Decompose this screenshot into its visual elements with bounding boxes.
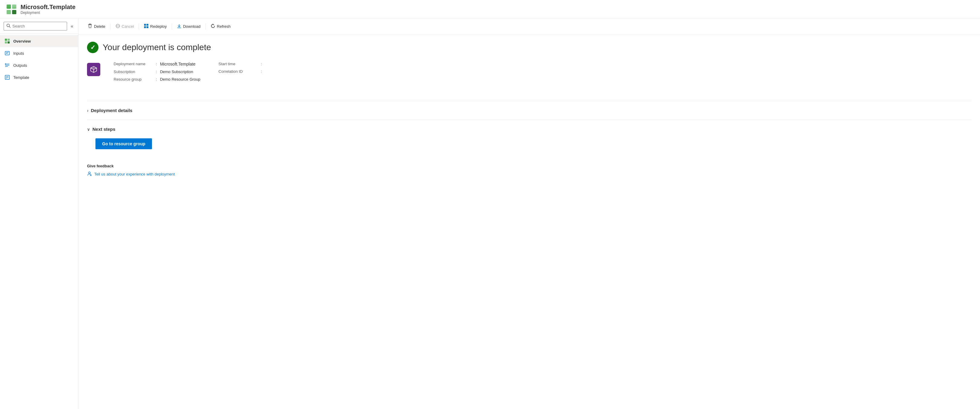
subscription-sep: : <box>156 70 157 74</box>
go-to-resource-group-button[interactable]: Go to resource group <box>95 138 152 149</box>
search-container: « <box>0 19 78 34</box>
toolbar-divider-1 <box>110 24 111 30</box>
refresh-icon <box>210 24 215 29</box>
svg-rect-3 <box>12 10 16 14</box>
deployment-name-label: Deployment name <box>114 62 156 66</box>
deployment-name-sep: : <box>156 62 157 66</box>
svg-rect-23 <box>88 24 92 25</box>
sidebar-item-overview[interactable]: Overview <box>0 35 78 47</box>
info-column-right: Start time : Correlation ID : <box>218 62 265 81</box>
next-steps-header[interactable]: ∨ Next steps <box>87 124 972 135</box>
delete-icon <box>88 24 92 29</box>
sidebar-nav: Overview Inputs <box>0 34 78 84</box>
section-divider-2 <box>87 119 972 120</box>
next-steps-chevron-icon: ∨ <box>87 127 90 132</box>
correlation-id-row: Correlation ID : <box>218 69 265 74</box>
search-input[interactable] <box>13 24 64 29</box>
deployment-details-chevron-icon: › <box>87 108 89 113</box>
sidebar-item-inputs-label: Inputs <box>13 51 24 56</box>
next-steps-section: ∨ Next steps Go to resource group <box>87 124 972 153</box>
resource-group-sep: : <box>156 77 157 81</box>
svg-rect-10 <box>5 41 7 43</box>
svg-rect-4 <box>6 5 11 6</box>
sidebar-item-overview-label: Overview <box>13 39 31 43</box>
toolbar-divider-2 <box>138 24 139 30</box>
cancel-icon <box>115 24 120 29</box>
toolbar-divider-4 <box>205 24 206 30</box>
azure-logo-icon <box>6 4 17 15</box>
sidebar-item-template-label: Template <box>13 75 29 80</box>
download-button[interactable]: Download <box>174 22 204 31</box>
next-steps-content: Go to resource group <box>87 135 972 153</box>
cancel-label: Cancel <box>122 24 134 29</box>
svg-rect-22 <box>89 24 91 24</box>
svg-rect-9 <box>8 39 10 41</box>
page-content: ✓ Your deployment is complete <box>78 35 980 184</box>
resource-group-label: Resource group <box>114 77 156 81</box>
svg-line-7 <box>10 27 11 28</box>
svg-rect-5 <box>12 5 16 6</box>
svg-rect-28 <box>144 26 146 28</box>
deployment-details-title: Deployment details <box>91 108 133 113</box>
sidebar-item-inputs[interactable]: Inputs <box>0 47 78 59</box>
download-label: Download <box>183 24 200 29</box>
redeploy-label: Redeploy <box>150 24 167 29</box>
deployment-details-section: › Deployment details <box>87 105 972 116</box>
feedback-person-icon <box>87 171 92 177</box>
deployment-details-header[interactable]: › Deployment details <box>87 105 972 116</box>
main-content: Delete Cancel <box>78 19 980 409</box>
subscription-value: Demo Subscription <box>160 70 193 74</box>
feedback-title: Give feedback <box>87 164 972 168</box>
deployment-name-value: Microsoft.Template <box>160 62 196 67</box>
resource-group-value: Demo Resource Group <box>160 77 200 81</box>
sidebar-item-template[interactable]: Template <box>0 71 78 83</box>
refresh-button[interactable]: Refresh <box>208 22 234 31</box>
page-header: Microsoft.Template Deployment <box>0 0 980 19</box>
delete-label: Delete <box>94 24 105 29</box>
start-time-row: Start time : <box>218 62 265 66</box>
collapse-sidebar-button[interactable]: « <box>70 22 75 30</box>
checkmark-icon: ✓ <box>90 44 95 51</box>
deployment-name-row: Deployment name : Microsoft.Template <box>114 62 200 67</box>
svg-point-32 <box>89 172 90 174</box>
info-column-left: Deployment name : Microsoft.Template Sub… <box>114 62 200 81</box>
next-steps-title: Next steps <box>92 127 115 132</box>
outputs-icon <box>4 62 10 68</box>
svg-rect-29 <box>146 26 148 28</box>
deployment-info: Deployment name : Microsoft.Template Sub… <box>114 62 265 81</box>
feedback-link-text: Tell us about your experience with deplo… <box>94 172 175 177</box>
sidebar: « Overview <box>0 19 78 409</box>
deployment-title: Your deployment is complete <box>103 43 211 52</box>
header-title: Microsoft.Template <box>21 4 76 11</box>
start-time-label: Start time <box>218 62 261 66</box>
deployment-complete-header: ✓ Your deployment is complete <box>87 42 972 53</box>
svg-rect-11 <box>8 41 10 43</box>
app-container: Microsoft.Template Deployment « <box>0 0 980 409</box>
search-icon <box>6 24 11 29</box>
inputs-icon <box>4 50 10 56</box>
start-time-sep: : <box>261 62 262 66</box>
svg-rect-27 <box>146 24 148 25</box>
header-subtitle: Deployment <box>21 11 76 15</box>
delete-button[interactable]: Delete <box>84 22 108 31</box>
svg-rect-8 <box>5 39 7 41</box>
svg-rect-26 <box>144 24 146 25</box>
toolbar: Delete Cancel <box>78 19 980 35</box>
correlation-id-sep: : <box>261 69 262 74</box>
sidebar-item-outputs-label: Outputs <box>13 63 27 68</box>
cancel-button[interactable]: Cancel <box>112 22 137 31</box>
redeploy-icon <box>144 24 149 29</box>
header-title-group: Microsoft.Template Deployment <box>21 4 76 15</box>
resource-group-row: Resource group : Demo Resource Group <box>114 77 200 81</box>
feedback-link[interactable]: Tell us about your experience with deplo… <box>87 171 972 177</box>
success-icon: ✓ <box>87 42 99 53</box>
toolbar-divider-3 <box>172 24 172 30</box>
refresh-label: Refresh <box>217 24 231 29</box>
search-box-wrapper <box>4 22 67 30</box>
sidebar-item-outputs[interactable]: Outputs <box>0 59 78 71</box>
redeploy-button[interactable]: Redeploy <box>141 22 170 31</box>
template-icon <box>4 74 10 80</box>
section-divider-1 <box>87 101 972 101</box>
feedback-section: Give feedback Tell us about your experie… <box>87 161 972 177</box>
svg-rect-2 <box>6 10 11 14</box>
